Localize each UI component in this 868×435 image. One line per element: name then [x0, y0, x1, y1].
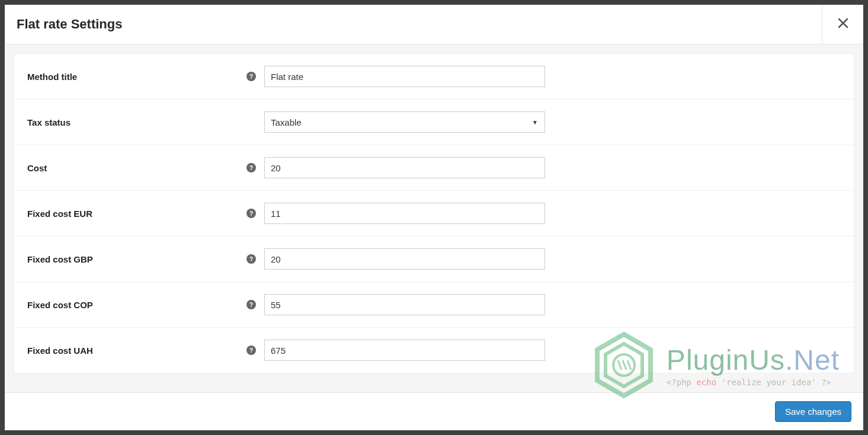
label-fixed-cop: Fixed cost COP ?	[27, 300, 264, 310]
help-icon[interactable]: ?	[246, 163, 256, 172]
help-icon[interactable]: ?	[246, 72, 256, 81]
modal-header: Flat rate Settings	[5, 5, 863, 44]
label-method-title: Method title ?	[27, 72, 264, 82]
fixed-gbp-input[interactable]	[264, 248, 545, 270]
input-wrap	[264, 157, 545, 178]
input-wrap: Taxable ▼	[264, 111, 545, 133]
row-fixed-eur: Fixed cost EUR ?	[14, 191, 854, 236]
label-text: Tax status	[27, 117, 71, 127]
label-fixed-gbp: Fixed cost GBP ?	[27, 254, 264, 264]
label-text: Fixed cost COP	[27, 300, 93, 310]
row-cost: Cost ?	[14, 145, 854, 191]
fixed-eur-input[interactable]	[264, 203, 545, 224]
label-tax-status: Tax status	[27, 117, 264, 127]
form-panel: Method title ? Tax status Taxable ▼	[14, 53, 854, 373]
method-title-input[interactable]	[264, 66, 545, 87]
row-fixed-gbp: Fixed cost GBP ?	[14, 236, 854, 282]
modal-footer: Save changes	[5, 392, 863, 430]
cost-input[interactable]	[264, 157, 545, 178]
row-fixed-uah: Fixed cost UAH ?	[14, 328, 854, 373]
label-fixed-eur: Fixed cost EUR ?	[27, 209, 264, 219]
row-tax-status: Tax status Taxable ▼	[14, 100, 854, 145]
help-icon[interactable]: ?	[246, 346, 256, 355]
label-text: Fixed cost EUR	[27, 209, 92, 219]
help-icon[interactable]: ?	[246, 209, 256, 218]
label-fixed-uah: Fixed cost UAH ?	[27, 346, 264, 356]
label-text: Fixed cost GBP	[27, 254, 93, 264]
modal-body: Method title ? Tax status Taxable ▼	[5, 44, 863, 392]
help-icon[interactable]: ?	[246, 254, 256, 264]
label-text: Cost	[27, 163, 47, 173]
label-text: Fixed cost UAH	[27, 346, 93, 356]
input-wrap	[264, 203, 545, 224]
tax-status-select[interactable]: Taxable	[264, 111, 545, 133]
input-wrap	[264, 294, 545, 315]
close-button[interactable]	[822, 5, 863, 44]
label-text: Method title	[27, 72, 77, 82]
row-fixed-cop: Fixed cost COP ?	[14, 282, 854, 328]
modal-title: Flat rate Settings	[5, 17, 122, 32]
label-cost: Cost ?	[27, 163, 264, 173]
input-wrap	[264, 66, 545, 87]
close-icon	[838, 17, 848, 32]
settings-modal: Flat rate Settings Method title ? Tax st…	[5, 5, 863, 430]
help-icon[interactable]: ?	[246, 300, 256, 309]
save-button[interactable]: Save changes	[775, 401, 851, 422]
row-method-title: Method title ?	[14, 54, 854, 100]
input-wrap	[264, 248, 545, 270]
fixed-cop-input[interactable]	[264, 294, 545, 315]
input-wrap	[264, 340, 545, 361]
fixed-uah-input[interactable]	[264, 340, 545, 361]
